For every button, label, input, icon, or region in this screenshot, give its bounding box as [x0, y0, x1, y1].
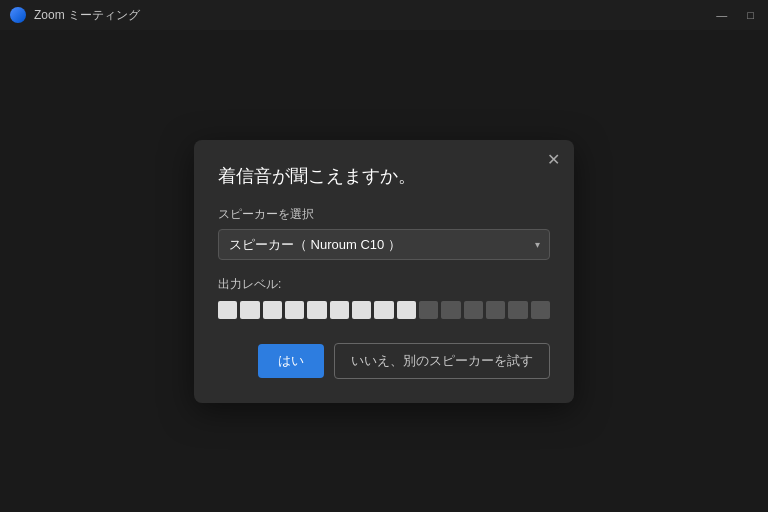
dialog-buttons: はい いいえ、別のスピーカーを試す	[218, 343, 550, 379]
audio-test-dialog: ✕ 着信音が聞こえますか。 スピーカーを選択 スピーカー（ Nuroum C10…	[194, 140, 574, 403]
dialog-close-button[interactable]: ✕	[547, 152, 560, 168]
level-bar	[374, 301, 393, 319]
app-title: Zoom ミーティング	[34, 7, 140, 24]
level-bar	[486, 301, 505, 319]
level-bar	[263, 301, 282, 319]
dialog-title: 着信音が聞こえますか。	[218, 164, 550, 188]
app-icon	[10, 7, 26, 23]
speaker-select-wrapper: スピーカー（ Nuroum C10 ） ▾	[218, 229, 550, 260]
level-bar	[307, 301, 326, 319]
level-bar	[218, 301, 237, 319]
minimize-button[interactable]: —	[712, 7, 731, 23]
level-bar	[397, 301, 416, 319]
level-bar	[508, 301, 527, 319]
level-bar	[441, 301, 460, 319]
level-bar	[240, 301, 259, 319]
no-button[interactable]: いいえ、別のスピーカーを試す	[334, 343, 550, 379]
level-bar	[464, 301, 483, 319]
level-bars-container	[218, 301, 550, 319]
level-bar	[285, 301, 304, 319]
speaker-select-label: スピーカーを選択	[218, 206, 550, 223]
title-bar: Zoom ミーティング — □	[0, 0, 768, 30]
level-bar	[419, 301, 438, 319]
window-controls: — □	[712, 7, 758, 23]
level-bar	[531, 301, 550, 319]
speaker-select[interactable]: スピーカー（ Nuroum C10 ）	[218, 229, 550, 260]
level-bar	[330, 301, 349, 319]
maximize-button[interactable]: □	[743, 7, 758, 23]
main-background: ✕ 着信音が聞こえますか。 スピーカーを選択 スピーカー（ Nuroum C10…	[0, 30, 768, 512]
output-level-label: 出力レベル:	[218, 276, 550, 293]
yes-button[interactable]: はい	[258, 344, 324, 378]
level-bar	[352, 301, 371, 319]
